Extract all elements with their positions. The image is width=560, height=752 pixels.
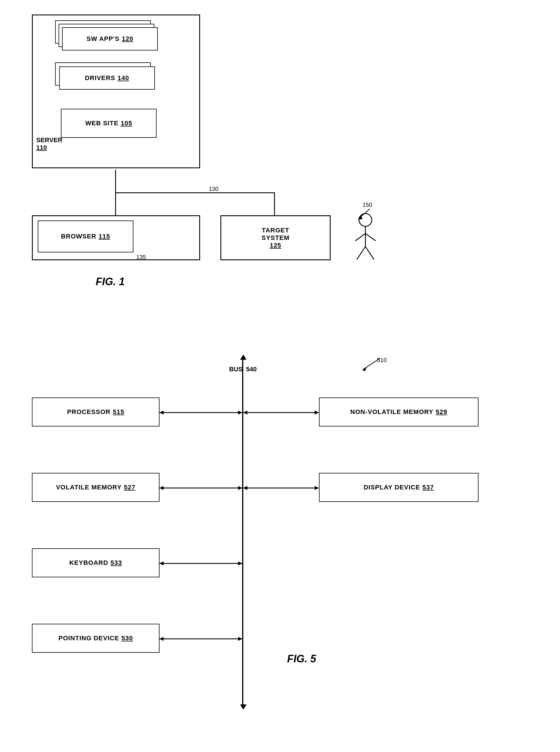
- svg-marker-20: [243, 486, 247, 490]
- svg-line-6: [357, 246, 365, 260]
- keyboard-ref: 533: [111, 559, 122, 567]
- svg-line-5: [365, 234, 376, 241]
- arrow-nvm-bus: [243, 408, 320, 417]
- bus-arrow-up: [240, 355, 246, 360]
- vm-label: VOLATILE MEMORY: [56, 483, 121, 491]
- website-label: WEB SITE: [85, 120, 118, 127]
- svg-marker-23: [160, 561, 164, 566]
- line-network-horizontal: [115, 192, 275, 193]
- svg-marker-17: [160, 486, 164, 490]
- arrow-display-bus: [243, 483, 320, 492]
- svg-line-7: [365, 246, 374, 260]
- browser-inner-box: BROWSER 115: [38, 220, 134, 252]
- svg-point-2: [359, 214, 372, 226]
- line-server-down: [115, 170, 116, 193]
- arrow-pointing-bus: [160, 634, 244, 643]
- nvm-label: NON-VOLATILE MEMORY: [350, 408, 434, 416]
- sw-apps-front-box: SW APP'S 120: [62, 27, 158, 51]
- label-135: 135: [136, 254, 146, 260]
- svg-marker-15: [315, 411, 319, 415]
- label-130: 130: [209, 186, 218, 192]
- svg-marker-18: [238, 486, 242, 490]
- fig1-label: FIG. 1: [96, 276, 125, 288]
- processor-label: PROCESSOR: [67, 408, 111, 416]
- website-box: WEB SITE 105: [61, 109, 157, 138]
- pointing-ref: 530: [121, 634, 133, 642]
- pointing-label: POINTING DEVICE: [58, 634, 119, 642]
- display-ref: 537: [422, 483, 434, 491]
- nvm-ref: 529: [436, 408, 447, 416]
- website-ref: 105: [121, 120, 132, 127]
- display-label: DISPLAY DEVICE: [364, 483, 420, 491]
- drivers-label: DRIVERS: [85, 74, 115, 82]
- svg-marker-24: [238, 561, 242, 566]
- arrow-processor-bus: [160, 408, 244, 417]
- target-system-box: TARGETSYSTEM 125: [220, 215, 331, 260]
- svg-line-4: [355, 234, 365, 241]
- processor-ref: 515: [113, 408, 124, 416]
- svg-marker-11: [160, 411, 164, 415]
- svg-marker-12: [238, 411, 242, 415]
- volatile-memory-box: VOLATILE MEMORY 527: [32, 473, 160, 502]
- svg-marker-14: [243, 411, 247, 415]
- browser-label: BROWSER: [61, 233, 96, 240]
- bus-arrow-down: [240, 705, 246, 710]
- target-ref: 125: [270, 242, 281, 249]
- sw-apps-ref: 120: [122, 35, 134, 43]
- server-label: SERVER 110: [36, 136, 62, 152]
- sw-apps-label: SW APP'S: [86, 35, 119, 43]
- arrow-vm-bus: [160, 483, 244, 492]
- line-to-browser: [115, 192, 116, 216]
- processor-box: PROCESSOR 515: [32, 397, 160, 427]
- svg-marker-27: [238, 637, 242, 641]
- keyboard-label: KEYBOARD: [69, 559, 108, 567]
- svg-marker-21: [315, 486, 319, 490]
- target-label: TARGETSYSTEM: [262, 226, 289, 242]
- browser-ref: 115: [99, 233, 110, 240]
- line-to-target: [274, 192, 275, 216]
- svg-marker-26: [160, 637, 164, 641]
- pointing-device-box: POINTING DEVICE 530: [32, 624, 160, 653]
- drivers-ref: 140: [118, 74, 129, 82]
- vm-ref: 527: [124, 483, 136, 491]
- arrow-510: [348, 353, 386, 376]
- drivers-front-box: DRIVERS 140: [59, 66, 155, 90]
- arrow-keyboard-bus: [160, 559, 244, 568]
- stick-figure: [351, 212, 380, 264]
- non-volatile-memory-box: NON-VOLATILE MEMORY 529: [319, 397, 479, 427]
- fig5-label: FIG. 5: [287, 653, 316, 665]
- keyboard-box: KEYBOARD 533: [32, 548, 160, 577]
- display-device-box: DISPLAY DEVICE 537: [319, 473, 479, 502]
